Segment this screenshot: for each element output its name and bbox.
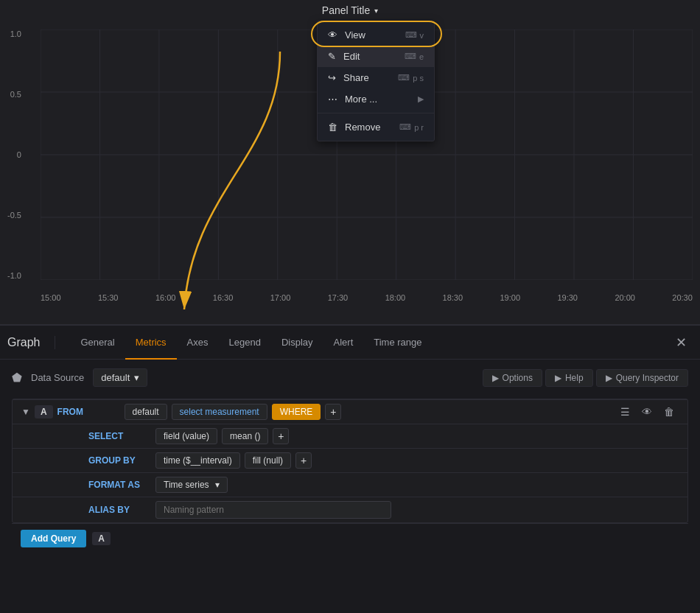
tab-general[interactable]: General	[70, 326, 125, 360]
groupby-add-button[interactable]: +	[295, 452, 312, 469]
options-label: Options	[503, 373, 533, 383]
y-label-5: -1.0	[7, 271, 21, 280]
panel-title[interactable]: Panel Title ▾	[322, 4, 378, 16]
x-label-2: 15:30	[98, 293, 119, 302]
share-shortcut: p s	[413, 74, 424, 83]
panel-title-bar: Panel Title ▾	[0, 0, 700, 21]
editor-tabs: Graph General Metrics Axes Legend Displa…	[0, 326, 700, 360]
groupby-fill-tag[interactable]: fill (null)	[245, 452, 291, 469]
x-label-9: 19:00	[500, 293, 521, 302]
x-label-1: 15:00	[41, 293, 61, 302]
format-value: Time series	[164, 480, 209, 490]
query-letter-badge: A	[35, 405, 53, 418]
keyboard-icon-remove: ⌨	[399, 122, 411, 132]
panel-type-label: Graph	[7, 336, 55, 349]
query-inspector-prefix-icon: ▶	[606, 373, 612, 383]
tab-alert[interactable]: Alert	[323, 326, 364, 360]
x-label-3: 16:00	[155, 293, 176, 302]
select-fn-tag[interactable]: mean ()	[222, 428, 268, 444]
format-select[interactable]: Time series ▾	[155, 477, 228, 493]
groupby-label: GROUP BY	[88, 455, 151, 466]
view-icon: 👁	[328, 29, 337, 41]
datasource-value: default	[101, 372, 130, 383]
from-measurement-value: select measurement	[180, 407, 259, 417]
tab-time-range[interactable]: Time range	[363, 326, 432, 360]
options-button[interactable]: ▶ Options	[483, 369, 542, 387]
y-label-2: 0.5	[10, 90, 21, 99]
panel-title-chevron: ▾	[374, 7, 378, 15]
tab-axes-label: Axes	[187, 337, 209, 348]
y-axis: 1.0 0.5 0 -0.5 -1.0	[7, 29, 27, 280]
panel-title-label: Panel Title	[322, 4, 370, 16]
dropdown-item-share[interactable]: ↪ Share ⌨ p s	[318, 67, 434, 88]
tab-display[interactable]: Display	[271, 326, 323, 360]
dropdown-item-remove[interactable]: 🗑 Remove ⌨ p r	[318, 116, 434, 138]
dropdown-view-label: View	[345, 29, 365, 41]
view-shortcut: v	[420, 31, 424, 40]
edit-icon: ✎	[328, 51, 336, 62]
query-editor: ⬟ Data Source default ▾ ▶ Options ▶ Help…	[0, 360, 700, 613]
share-icon: ↪	[328, 72, 336, 83]
datasource-icon: ⬟	[12, 371, 22, 385]
editor-panel: Graph General Metrics Axes Legend Displa…	[0, 324, 700, 613]
edit-shortcut: e	[419, 52, 424, 61]
where-label-tag[interactable]: WHERE	[272, 404, 321, 420]
help-button[interactable]: ▶ Help	[545, 369, 593, 387]
tab-legend[interactable]: Legend	[219, 326, 271, 360]
query-menu-button[interactable]: ☰	[616, 404, 634, 420]
remove-icon: 🗑	[328, 122, 337, 133]
help-prefix-icon: ▶	[555, 373, 561, 383]
dropdown-remove-label: Remove	[345, 122, 380, 133]
datasource-actions: ▶ Options ▶ Help ▶ Query Inspector	[483, 369, 688, 387]
more-arrow-icon: ▶	[418, 94, 424, 104]
groupby-time-value: time ($__interval)	[164, 455, 232, 466]
where-label-value: WHERE	[280, 407, 313, 417]
groupby-time-tag[interactable]: time ($__interval)	[155, 452, 240, 469]
x-label-11: 20:00	[615, 293, 635, 302]
select-add-button[interactable]: +	[273, 428, 289, 444]
query-delete-button[interactable]: 🗑	[659, 404, 679, 420]
where-add-button[interactable]: +	[325, 404, 341, 420]
y-label-1: 1.0	[10, 29, 21, 38]
datasource-select[interactable]: default ▾	[93, 368, 147, 387]
query-collapse-button[interactable]: ▼	[21, 407, 30, 417]
x-label-10: 19:30	[557, 293, 578, 302]
tab-legend-label: Legend	[229, 337, 261, 348]
y-label-4: -0.5	[7, 211, 21, 220]
x-label-7: 18:00	[385, 293, 406, 302]
keyboard-icon: ⌨	[405, 30, 417, 40]
panel-dropdown-menu: 👁 View ⌨ v ✎ Edit ⌨ e ↪ Share	[317, 21, 435, 141]
x-label-12: 20:30	[672, 293, 693, 302]
x-label-8: 18:30	[443, 293, 463, 302]
dropdown-item-edit[interactable]: ✎ Edit ⌨ e	[318, 46, 434, 67]
add-query-button[interactable]: Add Query	[21, 530, 86, 547]
dropdown-item-view[interactable]: 👁 View ⌨ v	[318, 24, 434, 46]
query-block-a: ▼ A FROM default select measurement WHER…	[12, 399, 688, 523]
query-inspector-label: Query Inspector	[616, 373, 679, 383]
x-label-6: 17:30	[328, 293, 349, 302]
dropdown-share-label: Share	[343, 72, 369, 83]
query-format-row: FORMAT AS Time series ▾	[13, 472, 687, 497]
keyboard-icon-edit: ⌨	[405, 52, 416, 61]
select-field-tag[interactable]: field (value)	[155, 428, 217, 444]
alias-label: ALIAS BY	[88, 505, 151, 515]
editor-close-button[interactable]: ✕	[670, 334, 693, 351]
query-alias-row: ALIAS BY	[13, 497, 687, 522]
alias-input[interactable]	[155, 501, 391, 519]
x-label-4: 16:30	[213, 293, 234, 302]
dropdown-edit-label: Edit	[343, 51, 360, 62]
from-database-tag[interactable]: default	[125, 404, 167, 420]
tab-metrics[interactable]: Metrics	[125, 326, 177, 360]
tab-time-range-label: Time range	[374, 337, 421, 348]
tab-axes[interactable]: Axes	[177, 326, 219, 360]
from-measurement-tag[interactable]: select measurement	[172, 404, 267, 420]
y-label-3: 0	[17, 150, 21, 159]
groupby-fill-value: fill (null)	[253, 455, 283, 466]
datasource-row: ⬟ Data Source default ▾ ▶ Options ▶ Help…	[12, 368, 688, 387]
query-toggle-visibility-button[interactable]: 👁	[637, 404, 657, 420]
format-arrow-icon: ▾	[215, 480, 220, 490]
query-inspector-button[interactable]: ▶ Query Inspector	[596, 369, 688, 387]
more-icon: ⋯	[328, 94, 337, 105]
dropdown-item-more[interactable]: ⋯ More ... ▶	[318, 88, 434, 110]
x-axis: 15:00 15:30 16:00 16:30 17:00 17:30 18:0…	[41, 290, 693, 302]
